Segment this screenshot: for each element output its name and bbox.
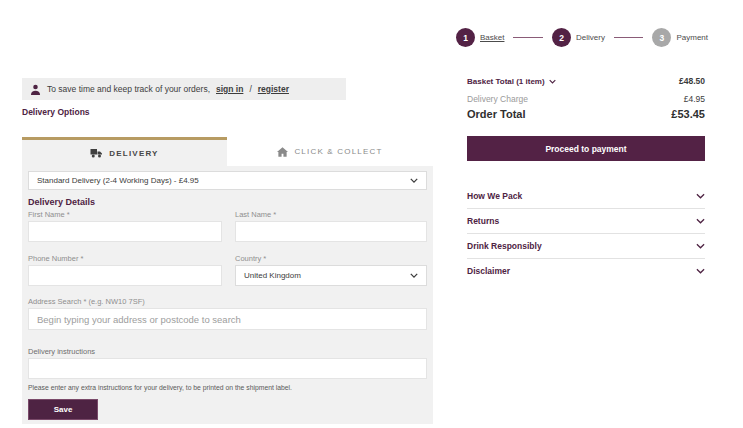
step-number-badge: 1 xyxy=(456,28,475,47)
chevron-down-icon xyxy=(696,268,705,274)
basket-total-row: Basket Total (1 item) £48.50 xyxy=(467,76,705,86)
basket-total-label: Basket Total (1 item) xyxy=(467,77,545,86)
last-name-label: Last Name * xyxy=(235,210,276,219)
step-number-badge: 3 xyxy=(652,28,671,47)
register-link[interactable]: register xyxy=(258,84,289,94)
person-icon xyxy=(30,84,41,95)
order-total-label: Order Total xyxy=(467,108,525,120)
progress-connector xyxy=(614,37,644,38)
delivery-charge-value: £4.95 xyxy=(684,94,705,104)
address-search-input[interactable] xyxy=(28,308,427,330)
accordion-item-drink-responsibly[interactable]: Drink Responsibly xyxy=(467,233,705,258)
delivery-charge-label: Delivery Charge xyxy=(467,94,528,104)
phone-label: Phone Number * xyxy=(28,254,83,263)
basket-total-toggle[interactable]: Basket Total (1 item) xyxy=(467,77,556,86)
tab-delivery-label: DELIVERY xyxy=(109,149,158,158)
accordion-label: Drink Responsibly xyxy=(467,241,542,251)
delivery-options-title: Delivery Options xyxy=(22,107,90,117)
accordion-item-returns[interactable]: Returns xyxy=(467,208,705,233)
signin-banner-text: To save time and keep track of your orde… xyxy=(47,84,210,94)
basket-total-value: £48.50 xyxy=(679,76,705,86)
phone-input[interactable] xyxy=(28,265,222,286)
last-name-input[interactable] xyxy=(235,221,427,242)
checkout-progress: 1 Basket 2 Delivery 3 Payment xyxy=(456,27,708,48)
progress-step-payment: 3 Payment xyxy=(652,28,708,47)
delivery-charge-row: Delivery Charge £4.95 xyxy=(467,94,705,104)
shipping-method-value: Standard Delivery (2-4 Working Days) - £… xyxy=(37,176,199,185)
progress-connector xyxy=(513,37,543,38)
chevron-down-icon xyxy=(410,178,418,183)
step-delivery-label: Delivery xyxy=(576,33,605,42)
accordion-label: Disclaimer xyxy=(467,266,510,276)
address-search-label: Address Search * (e.g. NW10 7SF) xyxy=(28,297,145,306)
shipping-method-select[interactable]: Standard Delivery (2-4 Working Days) - £… xyxy=(28,171,427,190)
step-basket-link[interactable]: Basket xyxy=(480,33,504,42)
tab-delivery[interactable]: DELIVERY xyxy=(22,137,227,166)
tab-click-collect-label: CLICK & COLLECT xyxy=(294,147,382,156)
progress-step-basket: 1 Basket xyxy=(456,28,504,47)
home-icon xyxy=(277,147,288,157)
country-select[interactable]: United Kingdom xyxy=(235,265,427,286)
delivery-instructions-help: Please enter any extra instructions for … xyxy=(28,384,292,391)
truck-icon xyxy=(90,148,103,158)
order-total-row: Order Total £53.45 xyxy=(467,108,705,120)
accordion-item-how-we-pack[interactable]: How We Pack xyxy=(467,183,705,208)
accordion-label: How We Pack xyxy=(467,191,522,201)
chevron-down-icon xyxy=(549,79,556,84)
step-number-badge: 2 xyxy=(552,28,571,47)
save-button[interactable]: Save xyxy=(28,399,98,420)
accordion-label: Returns xyxy=(467,216,499,226)
chevron-down-icon xyxy=(696,193,705,199)
delivery-instructions-input[interactable] xyxy=(28,358,427,379)
delivery-form-panel: Standard Delivery (2-4 Working Days) - £… xyxy=(22,166,433,424)
sign-in-link[interactable]: sign in xyxy=(216,84,243,94)
chevron-down-icon xyxy=(696,243,705,249)
delivery-instructions-label: Delivery instructions xyxy=(28,347,95,356)
accordion-item-disclaimer[interactable]: Disclaimer xyxy=(467,258,705,283)
link-separator: / xyxy=(249,84,251,94)
progress-step-delivery: 2 Delivery xyxy=(552,28,605,47)
delivery-details-title: Delivery Details xyxy=(28,197,95,207)
country-label: Country * xyxy=(235,254,266,263)
first-name-label: First Name * xyxy=(28,210,70,219)
delivery-method-tabs: DELIVERY CLICK & COLLECT xyxy=(22,137,433,166)
signin-banner: To save time and keep track of your orde… xyxy=(22,78,346,100)
first-name-input[interactable] xyxy=(28,221,222,242)
info-accordion: How We Pack Returns Drink Responsibly Di… xyxy=(467,183,705,283)
order-total-value: £53.45 xyxy=(671,108,705,120)
country-value: United Kingdom xyxy=(244,271,301,280)
proceed-to-payment-button[interactable]: Proceed to payment xyxy=(467,136,705,161)
step-payment-label: Payment xyxy=(676,33,708,42)
chevron-down-icon xyxy=(410,273,418,278)
tab-click-collect[interactable]: CLICK & COLLECT xyxy=(227,137,433,166)
chevron-down-icon xyxy=(696,218,705,224)
